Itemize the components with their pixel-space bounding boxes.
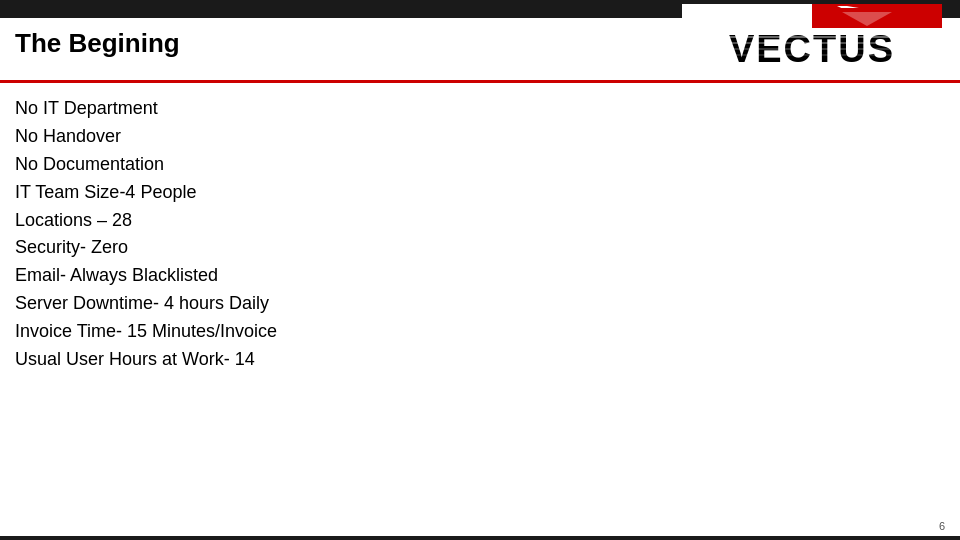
logo-container: ® VECTUS [670, 0, 950, 75]
list-item: No Handover [15, 123, 945, 151]
list-item: Email- Always Blacklisted [15, 262, 945, 290]
page-title: The Begining [15, 28, 665, 59]
red-divider [0, 80, 960, 83]
svg-rect-12 [682, 42, 942, 44]
title-section: The Begining [0, 18, 680, 69]
svg-rect-13 [682, 48, 942, 50]
page-number: 6 [939, 520, 945, 532]
list-item: Locations – 28 [15, 207, 945, 235]
bullet-list: No IT DepartmentNo HandoverNo Documentat… [15, 95, 945, 374]
svg-rect-14 [682, 54, 942, 56]
list-item: No IT Department [15, 95, 945, 123]
list-item: Invoice Time- 15 Minutes/Invoice [15, 318, 945, 346]
bottom-bar [0, 536, 960, 540]
svg-rect-11 [682, 36, 942, 38]
list-item: Server Downtime- 4 hours Daily [15, 290, 945, 318]
list-item: Security- Zero [15, 234, 945, 262]
content-area: No IT DepartmentNo HandoverNo Documentat… [15, 95, 945, 510]
vectus-logo: ® VECTUS [682, 4, 942, 72]
list-item: Usual User Hours at Work- 14 [15, 346, 945, 374]
list-item: IT Team Size-4 People [15, 179, 945, 207]
list-item: No Documentation [15, 151, 945, 179]
